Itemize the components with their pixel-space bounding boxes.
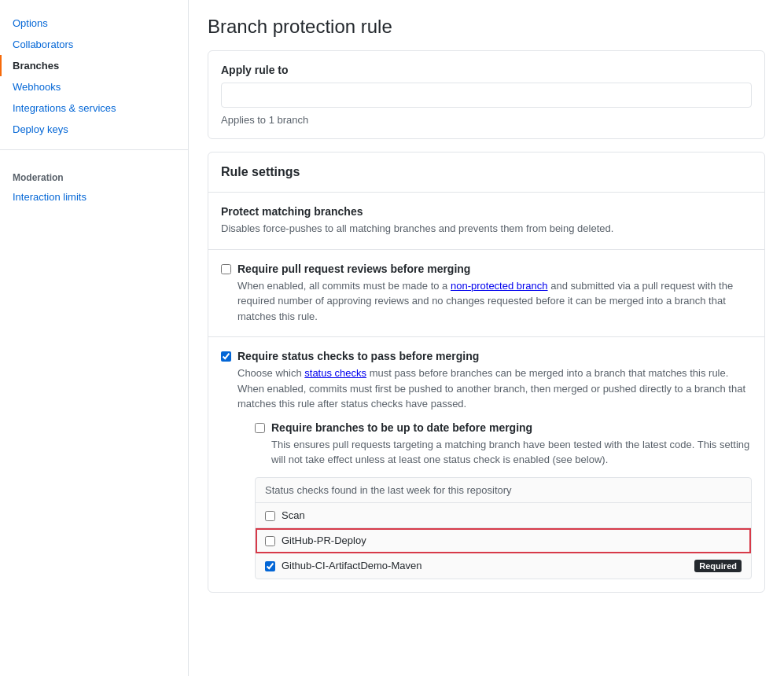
sidebar-item-collaborators[interactable]: Collaborators — [0, 34, 188, 55]
status-check-maven: Github-CI-ArtifactDemo-Maven Required — [256, 553, 751, 579]
protect-title: Protect matching branches — [221, 205, 752, 218]
apply-rule-card: Apply rule to Applies to 1 branch — [208, 50, 765, 139]
require-uptodate-label: Require branches to be up to date before… — [271, 421, 532, 434]
require-pr-checkbox[interactable] — [221, 264, 231, 274]
require-uptodate-desc: This ensures pull requests targeting a m… — [271, 437, 752, 468]
status-checks-header: Status checks found in the last week for… — [256, 478, 751, 503]
scan-label: Scan — [282, 509, 742, 521]
sidebar-item-branches[interactable]: Branches — [0, 55, 188, 76]
rule-settings-header: Rule settings — [208, 152, 764, 193]
main-content: Branch protection rule Apply rule to App… — [189, 0, 784, 676]
applies-text: Applies to 1 branch — [221, 114, 752, 126]
pr-deploy-label: GitHub-PR-Deploy — [282, 535, 742, 546]
scan-checkbox[interactable] — [265, 511, 275, 521]
status-checks-link[interactable]: status checks — [304, 367, 366, 379]
require-status-checkbox[interactable] — [221, 351, 231, 362]
status-check-scan: Scan — [256, 503, 751, 528]
apply-rule-label: Apply rule to — [221, 64, 752, 76]
sidebar-item-integrations[interactable]: Integrations & services — [0, 97, 188, 119]
require-pr-label: Require pull request reviews before merg… — [237, 263, 470, 275]
status-check-pr-deploy: GitHub-PR-Deploy — [256, 528, 751, 553]
maven-checkbox[interactable] — [265, 561, 275, 571]
sidebar-item-options[interactable]: Options — [0, 13, 188, 34]
required-badge: Required — [694, 560, 742, 572]
non-protected-branch-link[interactable]: non-protected branch — [451, 280, 548, 292]
sidebar-divider — [0, 149, 188, 150]
sidebar: Options Collaborators Branches Webhooks … — [0, 0, 189, 676]
status-checks-box: Status checks found in the last week for… — [255, 477, 752, 579]
require-uptodate-checkbox[interactable] — [255, 423, 265, 433]
sidebar-item-interaction-limits[interactable]: Interaction limits — [0, 186, 188, 208]
sidebar-item-webhooks[interactable]: Webhooks — [0, 76, 188, 97]
pr-deploy-checkbox[interactable] — [265, 536, 275, 546]
protect-section: Protect matching branches Disables force… — [208, 193, 764, 250]
sidebar-item-deploy-keys[interactable]: Deploy keys — [0, 119, 188, 140]
page-title: Branch protection rule — [208, 16, 765, 38]
nested-uptodate-section: Require branches to be up to date before… — [255, 421, 752, 579]
maven-label: Github-CI-ArtifactDemo-Maven — [282, 560, 688, 571]
require-status-section: Require status checks to pass before mer… — [208, 337, 764, 592]
require-status-desc: Choose which status checks must pass bef… — [237, 366, 752, 412]
require-pr-desc: When enabled, all commits must be made t… — [237, 278, 752, 325]
apply-rule-input[interactable] — [221, 83, 752, 108]
rule-settings-card: Rule settings Protect matching branches … — [208, 152, 765, 593]
protect-desc: Disables force-pushes to all matching br… — [221, 221, 752, 237]
moderation-section-label: Moderation — [0, 160, 188, 186]
require-status-label: Require status checks to pass before mer… — [237, 350, 479, 362]
require-pr-section: Require pull request reviews before merg… — [208, 250, 764, 338]
